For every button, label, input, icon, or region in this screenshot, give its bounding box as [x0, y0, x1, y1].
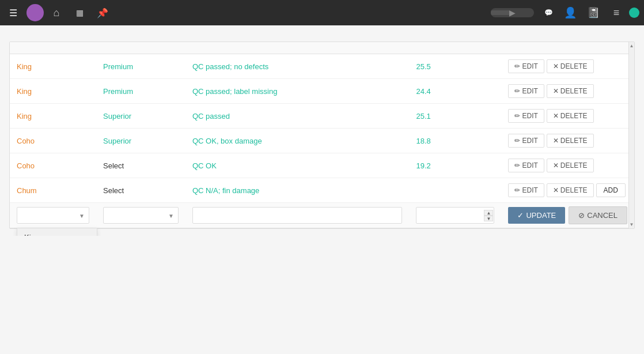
- delete-button[interactable]: ✕ DELETE: [547, 109, 594, 123]
- progress-step-finished[interactable]: [516, 10, 534, 15]
- actions-cell: ✏ EDIT ✕ DELETE: [508, 59, 627, 73]
- delete-button[interactable]: ✕ DELETE: [547, 59, 594, 73]
- close-icon: ✕: [553, 87, 559, 95]
- progress-arrow: ▶: [509, 8, 516, 17]
- table-row: Chum Select QC N/A; fin damage ✏ EDIT ✕ …: [10, 178, 634, 203]
- hamburger-icon: ☰: [9, 7, 17, 18]
- dropdown-item[interactable]: King: [17, 228, 97, 236]
- actions-cell: ✏ EDIT ✕ DELETE ADD: [508, 183, 627, 197]
- new-row: KingCohoPinkChum ▼ Premium Superior Sele…: [10, 203, 634, 228]
- home-button[interactable]: ⌂: [46, 2, 67, 23]
- edit-button[interactable]: ✏ EDIT: [508, 134, 544, 148]
- table-row: Coho Superior QC OK, box damage 18.8 ✏ E…: [10, 129, 634, 153]
- edit-button[interactable]: ✏ EDIT: [508, 183, 544, 197]
- close-icon: ✕: [553, 161, 559, 170]
- pin-icon: 📌: [97, 7, 108, 18]
- update-button[interactable]: ✓ UPDATE: [508, 207, 565, 224]
- cell-actions: ✏ EDIT ✕ DELETE: [501, 54, 634, 79]
- weight-increment-button[interactable]: ▲: [484, 210, 493, 216]
- cell-actions: ✏ EDIT ✕ DELETE ADD: [501, 178, 634, 203]
- edit-button[interactable]: ✏ EDIT: [508, 159, 544, 172]
- cell-weight: 24.4: [409, 79, 501, 104]
- pin-button[interactable]: 📌: [92, 2, 113, 23]
- cancel-icon: ⊘: [578, 211, 585, 220]
- edit-icon: ✏: [514, 112, 520, 120]
- grid-body: King Premium QC passed; no defects 25.5 …: [10, 54, 634, 228]
- new-grade-cell: Premium Superior Select ▼: [96, 203, 185, 228]
- update-label: UPDATE: [526, 211, 556, 220]
- cell-comment: QC N/A; fin damage: [185, 178, 409, 203]
- edit-icon: ✏: [514, 186, 520, 194]
- close-icon: ✕: [553, 186, 559, 194]
- header-comments: [185, 42, 409, 54]
- table-row: King Premium QC passed; label missing 24…: [10, 79, 634, 104]
- grade-select-wrap: Premium Superior Select ▼: [103, 207, 179, 224]
- edit-button[interactable]: ✏ EDIT: [508, 59, 544, 73]
- notebook-button[interactable]: 📓: [583, 2, 604, 23]
- scroll-up-button[interactable]: ▲: [629, 42, 634, 50]
- edit-icon: ✏: [514, 137, 520, 145]
- person-icon: 👤: [564, 6, 577, 19]
- close-icon: ✕: [553, 62, 559, 70]
- cancel-button[interactable]: ⊘ CANCEL: [569, 206, 627, 224]
- edit-button[interactable]: ✏ EDIT: [508, 109, 544, 123]
- edit-icon: ✏: [514, 62, 520, 70]
- weight-decrement-button[interactable]: ▼: [484, 216, 493, 221]
- actions-cell: ✏ EDIT ✕ DELETE: [508, 159, 627, 172]
- grid-header: [10, 42, 634, 54]
- check-icon: ✓: [517, 211, 524, 220]
- header-weight: [409, 42, 501, 54]
- cell-comment: QC OK, box damage: [185, 129, 409, 153]
- cancel-label: CANCEL: [587, 211, 618, 220]
- table-row: Coho Select QC OK 19.2 ✏ EDIT ✕ DELETE: [10, 153, 634, 178]
- cell-weight: 18.8: [409, 129, 501, 153]
- table-row: King Superior QC passed 25.1 ✏ EDIT ✕ DE…: [10, 104, 634, 129]
- cell-specie: King: [10, 54, 96, 79]
- comment-button[interactable]: 💬: [541, 7, 558, 18]
- cell-comment: QC OK: [185, 153, 409, 178]
- data-grid: King Premium QC passed; no defects 25.5 …: [9, 42, 635, 229]
- cell-weight: 25.5: [409, 54, 501, 79]
- cell-actions: ✏ EDIT ✕ DELETE: [501, 104, 634, 129]
- delete-button[interactable]: ✕ DELETE: [547, 159, 594, 172]
- delete-button[interactable]: ✕ DELETE: [547, 134, 594, 148]
- delete-button[interactable]: ✕ DELETE: [547, 183, 594, 197]
- comment-input[interactable]: [192, 207, 402, 224]
- cell-actions: ✏ EDIT ✕ DELETE: [501, 153, 634, 178]
- new-weight-cell: ▲ ▼: [409, 203, 501, 228]
- page-content: King Premium QC passed; no defects 25.5 …: [0, 25, 644, 236]
- header-grade: [96, 42, 185, 54]
- person-icon-button[interactable]: 👤: [560, 2, 581, 23]
- add-button[interactable]: ADD: [596, 183, 626, 197]
- specie-select[interactable]: KingCohoPinkChum: [17, 207, 89, 224]
- teal-badge: [629, 7, 639, 18]
- grid-table: King Premium QC passed; no defects 25.5 …: [10, 42, 634, 228]
- menu-button[interactable]: ☰: [5, 5, 24, 21]
- qr-button[interactable]: ▦: [69, 2, 90, 23]
- progress-bar: ▶: [491, 8, 534, 17]
- specie-select-wrap: KingCohoPinkChum ▼: [17, 207, 89, 224]
- grade-select[interactable]: Premium Superior Select: [103, 207, 179, 224]
- scroll-down-button[interactable]: ▼: [629, 221, 634, 228]
- header-specie: [10, 42, 96, 54]
- avatar[interactable]: [26, 4, 44, 21]
- cell-grade: Select: [96, 178, 185, 203]
- cell-grade: Superior: [96, 104, 185, 129]
- edit-button[interactable]: ✏ EDIT: [508, 84, 544, 98]
- home-icon: ⌂: [54, 7, 60, 19]
- edit-icon: ✏: [514, 161, 520, 170]
- weight-input[interactable]: [416, 207, 494, 224]
- cell-grade: Superior: [96, 129, 185, 153]
- delete-button[interactable]: ✕ DELETE: [547, 84, 594, 98]
- specie-dropdown-list[interactable]: KingCohoPinkChum: [17, 228, 97, 236]
- cell-comment: QC passed; no defects: [185, 54, 409, 79]
- list-button[interactable]: ≡: [606, 2, 627, 23]
- actions-cell: ✏ EDIT ✕ DELETE: [508, 84, 627, 98]
- table-row: King Premium QC passed; no defects 25.5 …: [10, 54, 634, 79]
- top-navigation: ☰ ⌂ ▦ 📌 ▶ 💬 👤 📓 ≡: [0, 0, 644, 25]
- cell-specie: Coho: [10, 153, 96, 178]
- scrollbar-right[interactable]: ▲ ▼: [628, 42, 634, 228]
- progress-step-initial[interactable]: [491, 10, 509, 15]
- new-row-actions: ✓ UPDATE ⊘ CANCEL: [508, 206, 627, 224]
- cell-weight: 25.1: [409, 104, 501, 129]
